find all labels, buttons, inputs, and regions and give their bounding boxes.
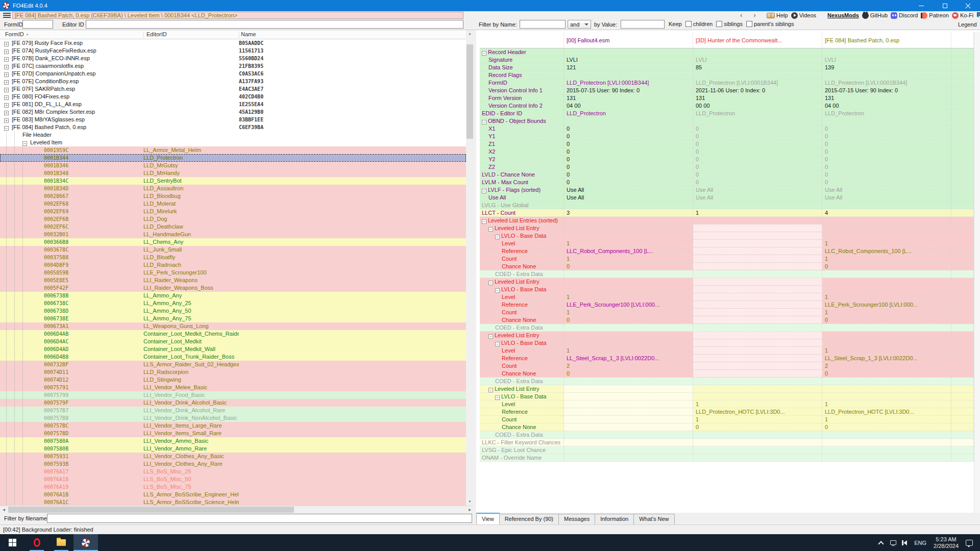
item-formid-cell[interactable]: 000757B8 (0, 414, 143, 422)
record-row-label-cell[interactable]: Count (480, 255, 564, 262)
record-value-cell[interactable]: LVLI (822, 56, 951, 63)
record-value-cell[interactable]: 121 (564, 64, 693, 71)
record-value-cell[interactable]: Use All (693, 194, 822, 201)
tree-row[interactable]: 00075799LLI_Vendor_Food_Basic (0, 391, 466, 399)
tree-row[interactable]: 000757B8LLI_Vendor_Drink_NonAlcohol_Basi… (0, 414, 466, 422)
record-value-cell[interactable]: Use All (564, 194, 693, 201)
collapse-icon[interactable]: − (4, 126, 9, 131)
tree-row[interactable]: 00032B01LL_HandmadeGun (0, 231, 466, 238)
record-value-cell[interactable]: 1 (564, 255, 693, 262)
record-value-cell[interactable] (822, 385, 951, 392)
collapse-icon[interactable]: − (495, 395, 500, 400)
item-formid-cell[interactable]: 0004D8F9 (0, 261, 143, 269)
record-row-label-cell[interactable]: Reference (480, 301, 564, 308)
tree-row[interactable]: 0005E8E5LLI_Raider_Weapons (0, 277, 466, 284)
record-row-label-cell[interactable]: LLKC - Filter Keyword Chances (480, 439, 564, 446)
record-row-label-cell[interactable]: −Leveled List Entry (480, 385, 564, 392)
record-value-cell[interactable]: 1 (822, 347, 951, 354)
tree-row[interactable]: 0006738DLL_Ammo_Any_50 (0, 307, 466, 315)
tree-row[interactable]: 0007593BLLI_Vendor_Clothes_Any_Rare (0, 460, 466, 468)
scrollbar-thumb[interactable] (467, 44, 473, 139)
item-formid-cell[interactable]: 0006738C (0, 299, 143, 307)
item-formid-cell[interactable]: 0001B34D (0, 185, 143, 192)
keep-option-children[interactable]: children (685, 21, 713, 27)
record-value-cell[interactable] (693, 332, 822, 339)
record-row-label-cell[interactable]: Level (480, 240, 564, 247)
column-formid[interactable]: FormID▲ (5, 31, 29, 37)
record-row-label-cell[interactable]: Count (480, 416, 564, 423)
item-editorid-cell[interactable]: LLI_Vendor_Clothes_Any_Basic (143, 453, 239, 460)
record-row-label-cell[interactable]: Z2 (480, 163, 564, 170)
item-editorid-cell[interactable]: LLI_Raider_Weapons_Boss (143, 284, 239, 292)
tree-row[interactable]: 0002EF68LLD_Molerat (0, 200, 466, 208)
item-formid-cell[interactable]: 000757BC (0, 422, 143, 430)
record-value-cell[interactable]: 0 (822, 263, 951, 270)
record-row-label-cell[interactable]: −Leveled List Entries (sorted) (480, 217, 564, 224)
record-value-cell[interactable] (564, 278, 693, 285)
expand-icon[interactable]: + (4, 42, 9, 46)
item-formid-cell[interactable]: 00028667 (0, 192, 143, 200)
item-formid-cell[interactable]: 0007593B (0, 460, 143, 468)
collapse-icon[interactable]: − (495, 288, 500, 293)
record-value-cell[interactable] (822, 439, 951, 446)
record-value-cell[interactable]: LLE_Perk_Scrounger100 [LVLI:000... (822, 301, 951, 308)
record-value-cell[interactable]: 85 (693, 64, 822, 71)
record-value-cell[interactable]: LLD_Protectron_HOTC [LVLI:3D0... (693, 408, 822, 415)
record-value-cell[interactable] (693, 270, 822, 278)
record-value-cell[interactable]: 00 00 (693, 102, 822, 109)
tree-row[interactable]: +[FE 07E] ConditionBoy.espA137FA93 (0, 78, 466, 85)
record-value-cell[interactable] (822, 71, 951, 79)
record-value-cell[interactable]: 0 (693, 179, 822, 186)
record-value-cell[interactable] (693, 247, 822, 255)
item-editorid-cell[interactable]: LLS_BoS_Misc_50 (143, 475, 239, 483)
record-value-cell[interactable]: LLD_Protectron [LVLI:0001B344] (693, 79, 822, 86)
item-editorid-cell[interactable]: LLI_Vendor_Ammo_Basic (143, 437, 239, 445)
start-button[interactable] (0, 534, 24, 551)
tree-row[interactable]: +[FE 07C] csaarmorslotfix.esp21FB8395 (0, 62, 466, 70)
record-row-label-cell[interactable]: Reference (480, 355, 564, 362)
record-value-cell[interactable]: 0 (564, 133, 693, 140)
record-value-cell[interactable] (693, 347, 822, 354)
record-value-cell[interactable] (822, 117, 951, 124)
record-value-cell[interactable] (564, 416, 693, 423)
checkbox-unchecked[interactable] (716, 21, 722, 27)
link-github[interactable]: GitHub (862, 12, 888, 19)
item-formid-cell[interactable]: 0001B344 (0, 154, 143, 162)
record-row-label-cell[interactable]: Reference (480, 408, 564, 415)
record-value-cell[interactable]: 1 (564, 293, 693, 300)
item-editorid-cell[interactable]: LLS_BoS_Misc_25 (143, 468, 239, 475)
item-formid-cell[interactable]: 00076A19 (0, 483, 143, 491)
minimize-button[interactable] (910, 0, 933, 11)
item-editorid-cell[interactable]: LLD_Radroach (143, 261, 239, 269)
collapse-icon[interactable]: − (482, 219, 486, 224)
collapse-icon[interactable]: − (488, 281, 493, 285)
record-value-cell[interactable] (564, 454, 693, 461)
record-row-label-cell[interactable]: EDID - Editor ID (480, 110, 564, 117)
item-formid-cell[interactable]: 0006D4AD (0, 345, 143, 353)
expand-icon[interactable]: + (4, 49, 9, 54)
record-value-cell[interactable]: 0 (693, 423, 822, 431)
item-formid-cell[interactable]: 0002EF6B (0, 215, 143, 223)
item-editorid-cell[interactable]: LLI_Vendor_Clothes_Any_Rare (143, 460, 239, 468)
item-formid-cell[interactable]: 00032B01 (0, 231, 143, 238)
record-value-cell[interactable] (693, 232, 822, 239)
record-value-cell[interactable] (693, 293, 822, 300)
tree-row[interactable]: 0005F42FLLI_Raider_Weapons_Boss (0, 284, 466, 292)
record-row-label-cell[interactable]: Chance None (480, 316, 564, 323)
record-row-label-cell[interactable]: Record Flags (480, 71, 564, 79)
tree-horizontal-scrollbar[interactable]: ◀ ▶ (0, 506, 474, 513)
tree-row[interactable]: 0001B346LLD_MrGutsy (0, 162, 466, 169)
record-value-cell[interactable] (822, 378, 951, 385)
item-editorid-cell[interactable]: LL_Weapons_Guns_Long (143, 322, 239, 330)
menu-icon[interactable] (3, 13, 11, 18)
item-formid-cell[interactable]: 0003678C (0, 246, 143, 254)
item-formid-cell[interactable]: 0006738D (0, 307, 143, 315)
record-value-cell[interactable]: 1 (564, 347, 693, 354)
item-editorid-cell[interactable]: LLD_Protectron (143, 154, 239, 162)
record-value-cell[interactable] (822, 286, 951, 293)
tree-row[interactable]: 00076A19LLS_BoS_Misc_75 (0, 483, 466, 491)
record-value-cell[interactable] (564, 385, 693, 392)
back-button[interactable]: ‹ (740, 11, 742, 19)
item-formid-cell[interactable]: 0005859B (0, 269, 143, 277)
record-row-label-cell[interactable]: −Leveled List Entry (480, 278, 564, 285)
